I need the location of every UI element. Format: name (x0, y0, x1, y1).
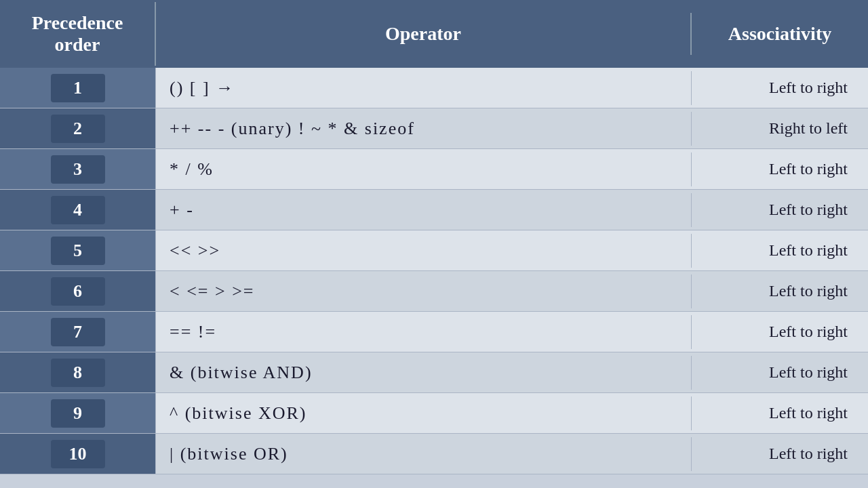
table-row: 5<< >>Left to right (0, 230, 868, 271)
table-body: 1() [ ] →Left to right2++ -- - (unary) !… (0, 68, 868, 488)
associativity-cell: Left to right (692, 275, 868, 307)
precedence-header: Precedence order (0, 2, 156, 66)
table-header: Precedence order Operator Associativity (0, 0, 868, 68)
operator-cell: () [ ] → (156, 71, 692, 105)
precedence-number: 1 (51, 74, 105, 102)
operator-header-label: Operator (385, 23, 461, 44)
table-row: 3* / %Left to right (0, 149, 868, 190)
table-row: 7== !=Left to right (0, 312, 868, 352)
precedence-cell: 2 (0, 108, 156, 148)
precedence-number: 3 (51, 155, 105, 184)
associativity-cell: Left to right (692, 153, 868, 185)
precedence-number: 8 (51, 359, 105, 387)
table-row: 6< <= > >=Left to right (0, 271, 868, 312)
associativity-cell: Left to right (692, 438, 868, 470)
table-row: 4+ -Left to right (0, 190, 868, 230)
main-table: Precedence order Operator Associativity … (0, 0, 868, 488)
operator-cell: * / % (156, 152, 692, 186)
operator-cell: ++ -- - (unary) ! ~ * & sizeof (156, 112, 692, 146)
operator-header: Operator (156, 13, 692, 55)
operator-cell: ^ (bitwise XOR) (156, 396, 692, 430)
table-row: 1() [ ] →Left to right (0, 68, 868, 108)
operator-cell: < <= > >= (156, 274, 692, 308)
precedence-cell: 9 (0, 393, 156, 433)
associativity-cell: Left to right (692, 357, 868, 388)
associativity-cell: Left to right (692, 194, 868, 226)
associativity-cell: Left to right (692, 72, 868, 104)
precedence-cell: 7 (0, 312, 156, 352)
associativity-header: Associativity (692, 13, 868, 55)
associativity-cell: Right to left (692, 113, 868, 144)
precedence-cell: 5 (0, 230, 156, 270)
table-row: 2++ -- - (unary) ! ~ * & sizeofRight to … (0, 108, 868, 149)
operator-cell: << >> (156, 234, 692, 268)
precedence-number: 2 (51, 115, 105, 143)
precedence-cell: 3 (0, 149, 156, 189)
precedence-cell: 4 (0, 190, 156, 230)
table-row: 8& (bitwise AND)Left to right (0, 352, 868, 393)
associativity-cell: Left to right (692, 235, 868, 266)
associativity-cell: Left to right (692, 397, 868, 429)
precedence-header-label: Precedence order (32, 12, 123, 55)
precedence-number: 4 (51, 196, 105, 224)
operator-cell: & (bitwise AND) (156, 356, 692, 390)
table-row: 9^ (bitwise XOR)Left to right (0, 393, 868, 434)
precedence-number: 7 (51, 318, 105, 346)
operator-cell: + - (156, 193, 692, 227)
precedence-cell: 10 (0, 434, 156, 474)
operator-cell: | (bitwise OR) (156, 437, 692, 471)
precedence-cell: 1 (0, 68, 156, 108)
precedence-number: 10 (51, 440, 105, 468)
precedence-cell: 8 (0, 352, 156, 392)
precedence-number: 9 (51, 399, 105, 428)
precedence-number: 5 (51, 237, 105, 265)
precedence-cell: 6 (0, 271, 156, 311)
precedence-number: 6 (51, 277, 105, 306)
operator-cell: == != (156, 315, 692, 349)
table-row: 10| (bitwise OR)Left to right (0, 434, 868, 474)
associativity-cell: Left to right (692, 316, 868, 348)
associativity-header-label: Associativity (728, 23, 831, 44)
